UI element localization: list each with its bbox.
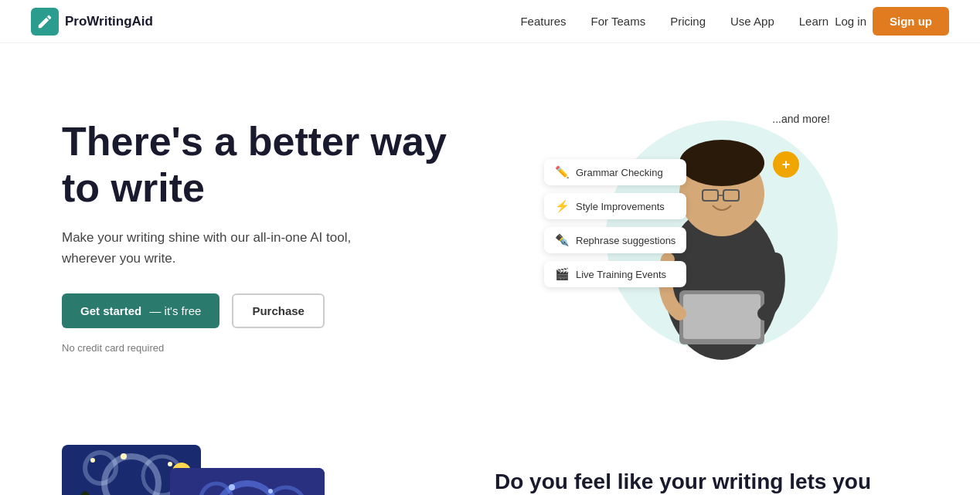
svg-point-13 bbox=[121, 453, 127, 459]
hero-left: There's a better way to write Make your … bbox=[62, 119, 464, 354]
login-button[interactable]: Log in bbox=[835, 15, 866, 28]
svg-rect-7 bbox=[683, 294, 761, 339]
navbar: ProWritingAid Features For Teams Pricing… bbox=[0, 0, 980, 43]
rephrase-icon: ✒️ bbox=[555, 233, 570, 247]
hero-section: There's a better way to write Make your … bbox=[0, 43, 980, 414]
feature-card-style: ⚡ Style Improvements bbox=[544, 193, 686, 219]
nav-item-features[interactable]: Features bbox=[520, 15, 566, 29]
second-title: Do you feel like your writing lets you d… bbox=[495, 468, 918, 495]
nav-link-pricing[interactable]: Pricing bbox=[670, 15, 706, 28]
nav-item-pricing[interactable]: Pricing bbox=[670, 15, 706, 29]
svg-point-2 bbox=[679, 140, 764, 186]
second-image-container: My idea in my head bbox=[62, 445, 325, 495]
hero-buttons: Get started — it's free Purchase bbox=[62, 293, 464, 328]
nav-link-use-app[interactable]: Use App bbox=[730, 15, 774, 28]
second-section: My idea in my head Do you feel like your… bbox=[0, 414, 980, 495]
svg-point-14 bbox=[168, 462, 172, 466]
logo-link[interactable]: ProWritingAid bbox=[31, 8, 153, 36]
nav-link-learn[interactable]: Learn bbox=[799, 15, 829, 28]
nav-item-learn[interactable]: Learn bbox=[799, 15, 829, 29]
second-right: Do you feel like your writing lets you d… bbox=[495, 468, 918, 495]
get-started-button[interactable]: Get started — it's free bbox=[62, 293, 219, 328]
rephrase-label: Rephrase suggestions bbox=[576, 235, 675, 246]
feature-card-rephrase: ✒️ Rephrase suggestions bbox=[544, 227, 686, 253]
logo-icon bbox=[31, 8, 59, 36]
feature-card-grammar: ✏️ Grammar Checking bbox=[544, 159, 686, 185]
feature-card-training: 🎬 Live Training Events bbox=[544, 261, 686, 287]
more-tag: ...and more! bbox=[772, 113, 830, 125]
nav-links: Features For Teams Pricing Use App Learn bbox=[520, 15, 829, 29]
hero-visual: ...and more! + bbox=[544, 97, 838, 375]
hero-title: There's a better way to write bbox=[62, 119, 464, 212]
second-left: My idea in my head bbox=[62, 445, 448, 495]
get-started-label: Get started bbox=[80, 304, 141, 317]
nav-item-for-teams[interactable]: For Teams bbox=[591, 15, 646, 29]
plus-badge: + bbox=[773, 151, 799, 178]
style-label: Style Improvements bbox=[576, 201, 665, 212]
training-icon: 🎬 bbox=[555, 267, 570, 281]
style-icon: ⚡ bbox=[555, 199, 570, 213]
hero-note: No credit card required bbox=[62, 342, 464, 354]
purchase-button[interactable]: Purchase bbox=[232, 293, 325, 328]
training-label: Live Training Events bbox=[576, 269, 666, 280]
svg-point-12 bbox=[90, 458, 95, 463]
hero-subtitle: Make your writing shine with our all-in-… bbox=[62, 227, 386, 269]
svg-point-27 bbox=[268, 489, 273, 493]
logo-text: ProWritingAid bbox=[65, 14, 153, 29]
hero-right: ...and more! + bbox=[464, 90, 918, 383]
feature-cards: ✏️ Grammar Checking ⚡ Style Improvements… bbox=[544, 159, 686, 287]
nav-link-features[interactable]: Features bbox=[520, 15, 566, 28]
get-started-suffix: — it's free bbox=[149, 304, 201, 317]
overlay-image bbox=[170, 468, 325, 495]
nav-link-for-teams[interactable]: For Teams bbox=[591, 15, 646, 28]
nav-item-use-app[interactable]: Use App bbox=[730, 15, 774, 29]
grammar-icon: ✏️ bbox=[555, 165, 570, 179]
grammar-label: Grammar Checking bbox=[576, 167, 663, 178]
svg-point-26 bbox=[229, 484, 235, 490]
signup-button[interactable]: Sign up bbox=[873, 7, 949, 36]
